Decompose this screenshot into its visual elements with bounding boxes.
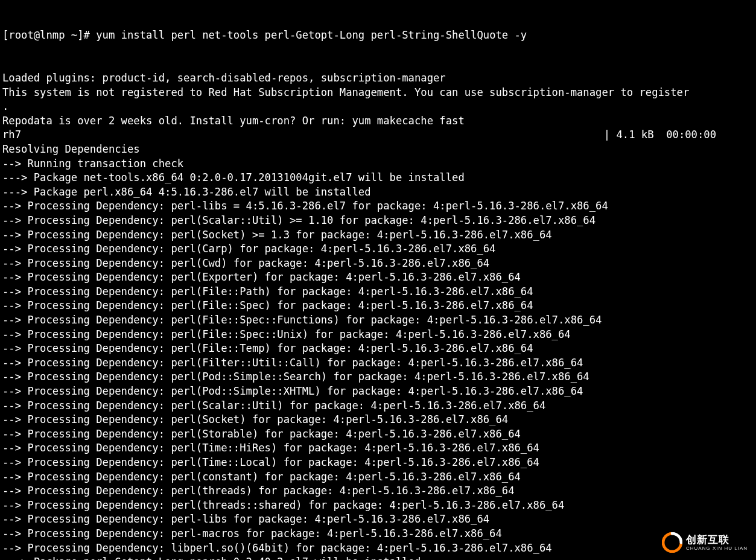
output-line: --> Processing Dependency: perl(Time::Hi…	[2, 441, 754, 456]
output-line: --> Processing Dependency: perl(Socket) …	[2, 413, 754, 427]
watermark-logo-icon	[662, 532, 682, 553]
output-line: --> Processing Dependency: perl-libs = 4…	[2, 199, 754, 214]
shell-command: yum install perl net-tools perl-Getopt-L…	[96, 29, 527, 41]
output-line: Resolving Dependencies	[2, 142, 754, 157]
output-line: ---> Package net-tools.x86_64 0:2.0-0.17…	[2, 171, 754, 185]
output-line: --> Running transaction check	[2, 157, 754, 171]
output-line: --> Processing Dependency: libperl.so()(…	[2, 541, 754, 556]
output-line: --> Processing Dependency: perl(File::Sp…	[2, 328, 754, 342]
output-line: --> Processing Dependency: perl(Scalar::…	[2, 214, 754, 228]
output-line: --> Processing Dependency: perl(Socket) …	[2, 228, 754, 243]
output-line: --> Processing Dependency: perl(Time::Lo…	[2, 456, 754, 470]
output-line: This system is not registered to Red Hat…	[2, 86, 754, 100]
output-line: --> Processing Dependency: perl(Storable…	[2, 427, 754, 442]
watermark: 创新互联 CHUANG XIN HU LIAN	[662, 532, 748, 553]
output-line: --> Processing Dependency: perl(File::Pa…	[2, 285, 754, 299]
output-line: --> Processing Dependency: perl(threads:…	[2, 498, 754, 513]
shell-prompt: [root@lnmp ~]#	[2, 29, 96, 41]
repo-size-time: | 4.1 kB 00:00:00	[604, 128, 754, 142]
output-line: --> Processing Dependency: perl-libs for…	[2, 512, 754, 527]
output-line: --> Processing Dependency: perl-macros f…	[2, 527, 754, 541]
output-line: --> Processing Dependency: perl(Pod::Sim…	[2, 370, 754, 384]
output-line: --> Processing Dependency: perl(Filter::…	[2, 356, 754, 371]
output-line: --> Processing Dependency: perl(File::Te…	[2, 342, 754, 356]
output-line: --> Processing Dependency: perl(Cwd) for…	[2, 256, 754, 271]
terminal-output[interactable]: [root@lnmp ~]# yum install perl net-tool…	[0, 0, 756, 560]
output-line: --> Processing Dependency: perl(threads)…	[2, 484, 754, 498]
output-line: .	[2, 100, 754, 114]
output-line: --> Processing Dependency: perl(Carp) fo…	[2, 242, 754, 256]
output-line: ---> Package perl.x86_64 4:5.16.3-286.el…	[2, 185, 754, 200]
output-line: --> Processing Dependency: perl(Exporter…	[2, 270, 754, 285]
output-line: --> Processing Dependency: perl(Scalar::…	[2, 399, 754, 413]
repo-progress-line: rh7| 4.1 kB 00:00:00	[2, 128, 754, 142]
command-line: [root@lnmp ~]# yum install perl net-tool…	[2, 28, 754, 43]
output-line: --> Processing Dependency: perl(Pod::Sim…	[2, 384, 754, 399]
output-line: --> Processing Dependency: perl(File::Sp…	[2, 313, 754, 328]
output-line: Repodata is over 2 weeks old. Install yu…	[2, 114, 754, 129]
watermark-text-cn: 创新互联	[686, 535, 748, 545]
output-line: Loaded plugins: product-id, search-disab…	[2, 71, 754, 86]
output-line: --> Processing Dependency: perl(File::Sp…	[2, 299, 754, 313]
watermark-text-en: CHUANG XIN HU LIAN	[686, 546, 748, 551]
output-line: ---> Package perl-Getopt-Long.noarch 0:2…	[2, 555, 754, 560]
output-line: --> Processing Dependency: perl(constant…	[2, 470, 754, 485]
repo-name: rh7	[2, 128, 21, 142]
